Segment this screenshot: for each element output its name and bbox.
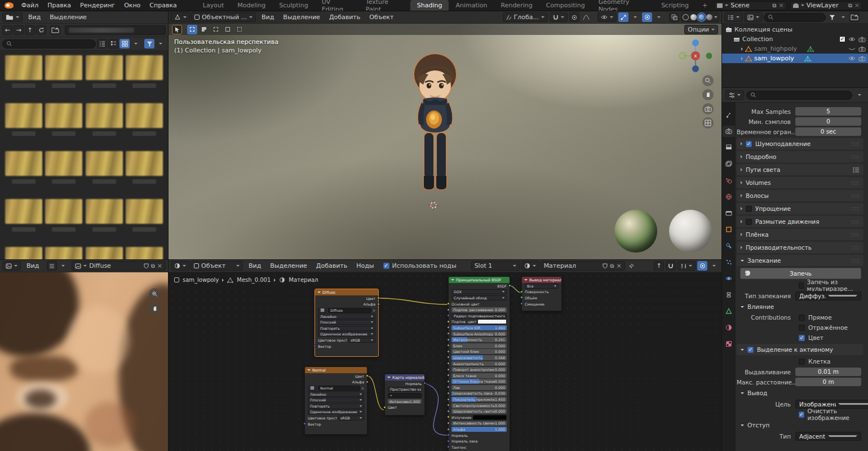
properties-tab-material[interactable] [723,322,735,333]
close-icon[interactable]: × [854,2,860,9]
value-slider-Лак[interactable]: Лак0.000 [451,385,507,390]
panel-checkbox[interactable] [746,219,752,225]
node-material-output[interactable]: Вывод материалаВсеПоверхностьОбъёмСмещен… [521,276,562,311]
snap-options-dropdown[interactable] [677,261,696,271]
checkbox-Очистить изображение[interactable]: ✓ [799,412,804,418]
input-socket-Светопропускаемость[interactable] [447,404,450,406]
select-mode-1[interactable] [187,25,197,34]
file-thumbnail[interactable] [125,151,165,199]
input-socket-Subsurface IOR[interactable] [447,326,450,329]
file-browser-menu-Выделение[interactable]: Выделение [45,12,91,23]
filter-settings-chevron[interactable] [156,39,166,48]
input-socket-Subsurface Anisotropy[interactable] [447,332,450,335]
new-collection-button[interactable] [849,12,860,22]
input-socket-Металличность[interactable] [447,338,450,341]
dropdown-Тип запекания[interactable]: Диффуз. [795,291,861,300]
output-socket-Альфа[interactable] [377,303,380,306]
exclude-checkbox[interactable]: ✓ [839,36,845,42]
shader-type-selector[interactable]: Объект [191,261,243,271]
display-list-button[interactable] [97,39,107,48]
go-parent-node-tree-button[interactable]: ↑ [654,261,664,271]
bake-button[interactable]: Запечь [740,268,861,279]
file-thumbnail[interactable] [84,55,125,103]
filter-button[interactable] [144,39,154,48]
mask-mode-button[interactable] [47,261,57,271]
colorspace-dropdown[interactable]: sRGB [338,415,364,421]
file-thumbnail[interactable] [3,199,44,247]
material-name-field[interactable]: Материал ⧉ × [541,261,625,271]
input-socket-Анизотропность[interactable] [447,362,450,365]
image-datablock-icon[interactable] [308,386,317,391]
value-slider-Шероховатость светопропускаем[interactable]: Шероховатость светопропускаем0.000 [451,409,507,414]
blender-logo-icon[interactable] [5,2,14,8]
menu-Правка[interactable]: Правка [43,0,76,11]
new-folder-button[interactable] [50,25,60,35]
outliner-search-input[interactable] [764,13,826,22]
panel-header-Волосы[interactable]: Волосы:::: [737,190,863,201]
input-socket-Альфа[interactable] [447,428,450,431]
node-dropdown-Линейно[interactable]: Линейно [318,313,375,319]
proportional-edit-button[interactable] [569,12,579,22]
select-mode-3[interactable] [211,25,221,34]
node-dropdown-Повторять[interactable]: Повторять [318,326,375,331]
value-slider-Показатель преломления[interactable]: Показатель преломления1.450 [451,397,507,402]
input-socket-vector[interactable] [313,344,316,347]
overlays-chevron[interactable] [654,12,664,22]
file-thumbnail[interactable] [125,103,165,151]
copy-icon[interactable]: ⧉ [772,2,776,9]
file-thumbnail[interactable] [44,151,85,199]
input-socket[interactable] [447,314,450,317]
viewport-menu-Выделение[interactable]: Выделение [278,12,325,23]
node-dropdown-Линейно[interactable]: Линейно [308,391,364,396]
editor-type-file-browser[interactable] [2,12,23,22]
add-workspace-button[interactable]: + [696,0,714,11]
viewport-menu-Вид[interactable]: Вид [257,12,278,23]
input-socket-Шероховатость лака[interactable] [447,392,450,395]
checkbox-Прямое[interactable] [799,315,805,321]
value-slider-Поворот анизотропии[interactable]: Поворот анизотропии0.000 [451,367,507,372]
workspace-tab-animation[interactable]: Animation [449,0,494,11]
input-socket-Лак[interactable] [447,386,450,388]
pin-icon[interactable] [626,261,636,271]
input-socket-Основной цвет[interactable] [447,302,450,305]
workspace-tab-texture-paint[interactable]: Texture Paint [359,0,410,11]
menu-Рендеринг[interactable]: Рендеринг [76,0,119,11]
character-sam-lowpoly[interactable] [397,50,473,206]
properties-tab-scene[interactable] [723,175,735,186]
input-socket-Блеск ткани[interactable] [447,374,450,377]
input-socket-Нормаль[interactable] [447,434,450,436]
select-mode-4[interactable] [223,25,233,34]
output-socket-Альфа[interactable] [366,381,369,383]
shading-material-button[interactable] [698,14,705,20]
use-nodes-checkbox[interactable]: ✓ [383,263,389,269]
panel-header-Volumes[interactable]: Volumes:::: [737,177,863,188]
input-socket-Интенсивность свечения[interactable] [447,422,450,425]
scene-selector[interactable]: Scene ⧉ × [714,1,786,10]
subpanel-header-Влияние[interactable]: Влияние [737,302,865,312]
nav-forward-button[interactable]: → [14,25,24,35]
image-name-field[interactable]: Normal [318,386,360,391]
property-value-field[interactable]: 0 m [795,378,861,386]
input-socket-Шероховатость[interactable] [447,356,450,359]
image-name-field[interactable]: Diffuse [328,308,371,313]
camera-icon[interactable] [858,46,866,52]
eye-icon[interactable] [848,56,856,61]
value-slider-Subsurface IOR[interactable]: Subsurface IOR1.460 [451,325,507,330]
workspace-tab-uv-editing[interactable]: UV Editing [315,0,359,11]
value-slider-Альфа[interactable]: Альфа1.000 [451,427,507,432]
panel-checkbox[interactable]: ✓ [746,141,752,147]
file-thumbnail[interactable] [125,199,165,247]
properties-tab-tool[interactable] [723,109,735,121]
outliner-row-sam_lowpoly[interactable]: sam_lowpoly [722,54,868,63]
node-dropdown-Одиночное изображение[interactable]: Одиночное изображение [308,409,364,414]
active-tool-button[interactable] [172,25,182,34]
display-thumbnail-button[interactable] [119,39,130,48]
file-thumbnail[interactable] [125,55,165,103]
overlays-chevron[interactable] [709,261,719,271]
input-socket-color[interactable] [383,406,386,409]
node-dropdown-Плоский[interactable]: Плоский [318,320,375,325]
display-detail-button[interactable] [108,39,118,48]
file-thumbnail[interactable] [3,103,44,151]
material-icon-dropdown[interactable] [521,261,539,271]
node-dropdown-Повторять[interactable]: Повторять [308,404,364,409]
